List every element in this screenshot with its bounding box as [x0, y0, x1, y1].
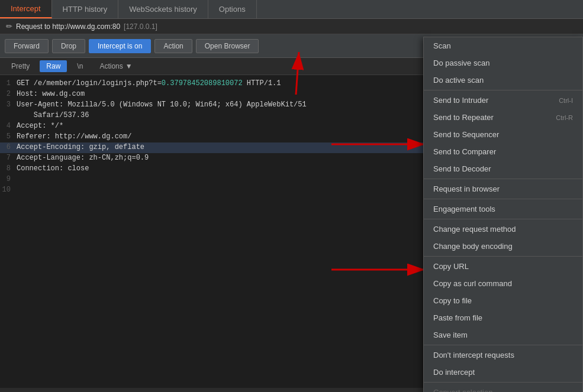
menu-send-intruder[interactable]: Send to Intruder Ctrl-I: [424, 92, 582, 109]
menu-engagement-tools[interactable]: Engagement tools: [424, 200, 582, 218]
menu-active-scan[interactable]: Do active scan: [424, 72, 582, 89]
tab-intercept[interactable]: Intercept: [0, 0, 52, 18]
tab-http-history[interactable]: HTTP history: [52, 0, 119, 18]
tab-bar: Intercept HTTP history WebSockets histor…: [0, 0, 583, 19]
separator-4: [424, 219, 582, 219]
menu-change-request-method[interactable]: Change request method: [424, 221, 582, 238]
menu-passive-scan[interactable]: Do passive scan: [424, 54, 582, 72]
drop-button[interactable]: Drop: [52, 39, 85, 53]
context-menu: Scan Do passive scan Do active scan Send…: [423, 37, 583, 392]
menu-send-decoder[interactable]: Send to Decoder: [424, 160, 582, 177]
menu-save-item[interactable]: Save item: [424, 326, 582, 344]
menu-send-comparer[interactable]: Send to Comparer: [424, 143, 582, 160]
menu-do-intercept[interactable]: Do intercept: [424, 364, 582, 381]
separator-3: [424, 199, 582, 199]
menu-send-repeater[interactable]: Send to Repeater Ctrl-R: [424, 109, 582, 126]
separator-6: [424, 345, 582, 345]
separator-2: [424, 179, 582, 179]
menu-dont-intercept[interactable]: Don't intercept requests: [424, 346, 582, 364]
menu-send-sequencer[interactable]: Send to Sequencer: [424, 126, 582, 143]
tab-options[interactable]: Options: [208, 0, 257, 18]
open-browser-button[interactable]: Open Browser: [196, 39, 259, 53]
action-button[interactable]: Action: [154, 39, 192, 53]
menu-convert-selection: Convert selection: [424, 384, 582, 392]
sub-header: ✏ Request to http://www.dg.com:80 [127.0…: [0, 19, 583, 34]
raw-button[interactable]: Raw: [40, 60, 67, 72]
menu-request-in-browser[interactable]: Request in browser: [424, 180, 582, 197]
menu-copy-curl[interactable]: Copy as curl command: [424, 275, 582, 292]
separator-7: [424, 382, 582, 383]
menu-copy-to-file[interactable]: Copy to file: [424, 292, 582, 309]
menu-copy-url[interactable]: Copy URL: [424, 258, 582, 275]
tab-websockets-history[interactable]: WebSockets history: [118, 0, 208, 18]
request-url: Request to http://www.dg.com:80: [16, 22, 120, 31]
newline-button[interactable]: \n: [70, 60, 89, 72]
menu-paste-from-file[interactable]: Paste from file: [424, 309, 582, 326]
actions-dropdown[interactable]: Actions ▼: [93, 60, 138, 72]
pencil-icon: ✏: [6, 22, 12, 31]
intercept-button[interactable]: Intercept is on: [89, 39, 151, 53]
forward-button[interactable]: Forward: [5, 39, 49, 53]
ip-tag: [127.0.0.1]: [124, 22, 157, 31]
chevron-down-icon: ▼: [125, 62, 133, 70]
pretty-button[interactable]: Pretty: [5, 60, 36, 72]
menu-scan[interactable]: Scan: [424, 37, 582, 54]
menu-change-body-encoding[interactable]: Change body encoding: [424, 238, 582, 255]
separator-5: [424, 256, 582, 257]
separator-1: [424, 90, 582, 90]
